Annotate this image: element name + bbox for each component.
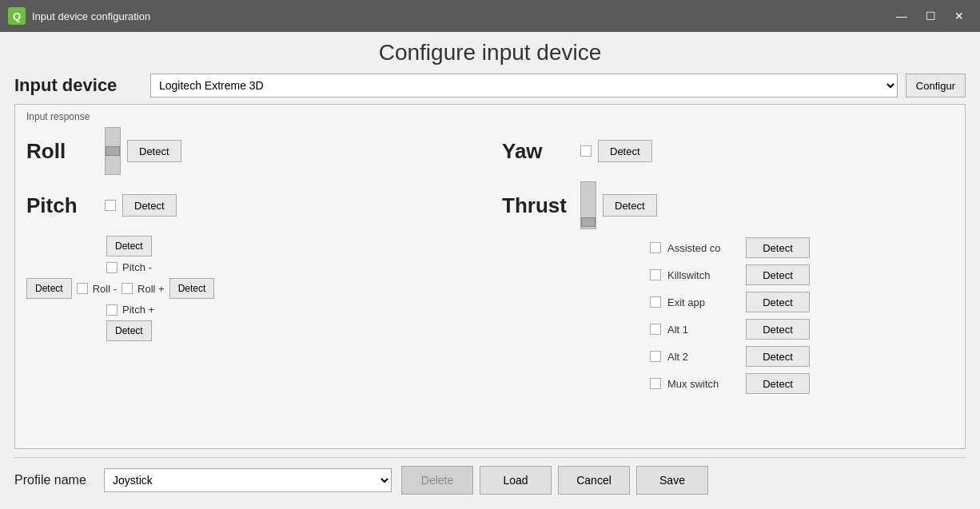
exit-app-row: Exit app Detect (650, 290, 954, 314)
mux-switch-row: Mux switch Detect (650, 372, 954, 396)
thrust-slider-thumb (581, 217, 596, 227)
pitch-axis-row: Pitch Detect (26, 181, 478, 229)
roll-minus-label: Roll - (93, 283, 117, 295)
roll-label: Roll (26, 139, 98, 164)
exit-app-detect-button[interactable]: Detect (746, 292, 810, 312)
title-bar: Q Input device configuration — ☐ ✕ (0, 0, 980, 32)
profile-row: Profile name Joystick Delete Load Cancel… (14, 457, 966, 498)
roll-slider (105, 127, 121, 175)
yaw-detect-button[interactable]: Detect (598, 140, 652, 162)
alt1-checkbox[interactable] (650, 324, 661, 335)
pitch-minus-checkbox[interactable] (106, 262, 118, 273)
thrust-label: Thrust (502, 193, 574, 218)
roll-slider-thumb (106, 146, 120, 156)
profile-label: Profile name (14, 473, 94, 487)
left-panel: Detect Pitch - Detect Roll - Roll + (26, 236, 650, 442)
thrust-detect-button[interactable]: Detect (603, 194, 657, 217)
killswitch-label: Killswitch (667, 269, 739, 281)
delete-button[interactable]: Delete (401, 466, 473, 495)
alt1-detect-button[interactable]: Detect (746, 319, 810, 340)
roll-plus-label: Roll + (137, 283, 165, 295)
assisted-co-detect-button[interactable]: Detect (746, 237, 810, 258)
cancel-button[interactable]: Cancel (558, 466, 630, 495)
window-controls: — ☐ ✕ (889, 6, 972, 26)
alt2-label: Alt 2 (667, 351, 739, 363)
configure-button[interactable]: Configur (906, 74, 966, 97)
maximize-button[interactable]: ☐ (918, 6, 943, 26)
roll-axis-row: Roll Detect (26, 127, 478, 175)
axes-grid: Roll Detect Yaw Detect Pitch Detect (26, 127, 954, 229)
bottom-detect-row: Detect (106, 320, 634, 341)
thrust-slider (580, 181, 596, 229)
device-select[interactable]: Logitech Extreme 3D (150, 74, 898, 97)
yaw-axis-row: Yaw Detect (502, 127, 954, 175)
assisted-co-label: Assisted co (667, 242, 739, 254)
mux-switch-label: Mux switch (667, 378, 739, 390)
profile-select[interactable]: Joystick (104, 468, 392, 492)
close-button[interactable]: ✕ (946, 6, 972, 26)
yaw-checkbox[interactable] (580, 145, 592, 157)
input-device-row: Input device Logitech Extreme 3D Configu… (14, 74, 966, 97)
pitch-minus-row: Pitch - (106, 261, 634, 273)
pitch-minus-label: Pitch - (122, 261, 152, 273)
load-button[interactable]: Load (480, 466, 552, 495)
minimize-button[interactable]: — (889, 6, 914, 26)
top-detect-row: Detect (106, 236, 634, 256)
lower-section: Detect Pitch - Detect Roll - Roll + (26, 236, 954, 442)
assisted-co-checkbox[interactable] (650, 242, 661, 253)
roll-detect-button[interactable]: Detect (127, 140, 181, 162)
mux-switch-checkbox[interactable] (650, 378, 661, 389)
pitch-detect-button[interactable]: Detect (122, 194, 177, 217)
pitch-checkbox[interactable] (105, 200, 116, 211)
main-area: Input response Roll Detect Yaw Detect (14, 104, 966, 449)
exit-app-label: Exit app (667, 296, 739, 308)
content-area: Configure input device Input device Logi… (0, 32, 980, 509)
roll-minus-checkbox[interactable] (77, 283, 88, 294)
pitch-plus-label: Pitch + (122, 304, 154, 316)
assisted-co-row: Assisted co Detect (650, 236, 954, 260)
killswitch-row: Killswitch Detect (650, 263, 954, 287)
alt2-checkbox[interactable] (650, 351, 661, 362)
mux-switch-detect-button[interactable]: Detect (746, 373, 810, 394)
roll-detect-button-left[interactable]: Detect (26, 278, 72, 299)
input-response-label: Input response (26, 111, 954, 122)
killswitch-detect-button[interactable]: Detect (746, 264, 810, 285)
top-detect-button[interactable]: Detect (106, 236, 152, 256)
pitch-plus-row: Pitch + (106, 304, 634, 316)
alt1-label: Alt 1 (667, 324, 739, 336)
right-panel: Assisted co Detect Killswitch Detect Exi… (650, 236, 954, 442)
exit-app-checkbox[interactable] (650, 296, 661, 308)
roll-detect-button-right[interactable]: Detect (169, 278, 215, 299)
thrust-axis-row: Thrust Detect (502, 181, 954, 229)
roll-row: Detect Roll - Roll + Detect (26, 278, 634, 299)
app-icon: Q (8, 7, 26, 25)
page-title: Configure input device (14, 40, 966, 66)
alt1-row: Alt 1 Detect (650, 317, 954, 341)
pitch-plus-checkbox[interactable] (106, 304, 118, 316)
roll-plus-checkbox[interactable] (122, 283, 133, 294)
input-device-label: Input device (14, 75, 142, 96)
alt2-row: Alt 2 Detect (650, 344, 954, 368)
window: Q Input device configuration — ☐ ✕ Confi… (0, 0, 980, 509)
pitch-label: Pitch (26, 193, 98, 218)
save-button[interactable]: Save (636, 466, 708, 495)
killswitch-checkbox[interactable] (650, 269, 661, 280)
alt2-detect-button[interactable]: Detect (746, 346, 810, 367)
window-title: Input device configuration (32, 10, 882, 22)
yaw-label: Yaw (502, 139, 574, 164)
bottom-detect-button[interactable]: Detect (106, 320, 152, 341)
bottom-buttons: Delete Load Cancel Save (401, 466, 708, 495)
